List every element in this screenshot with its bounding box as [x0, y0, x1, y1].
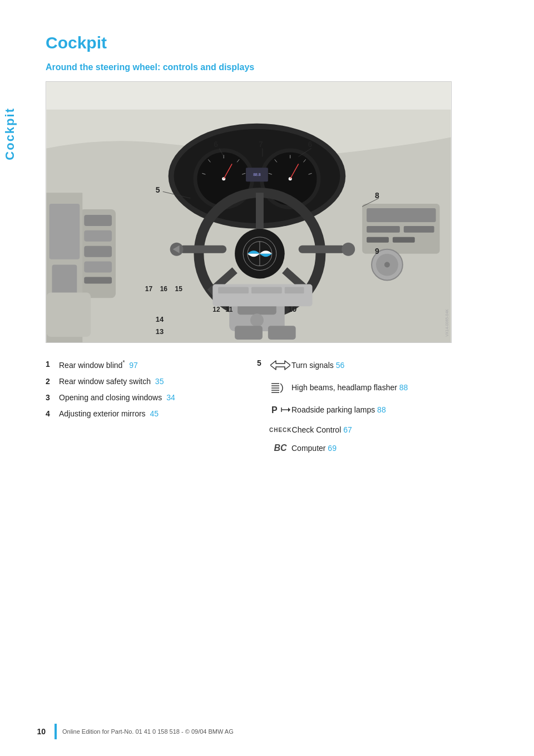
high-beams-text: High beams, headlamp flasher 88: [291, 383, 452, 392]
side-tab-label: Cockpit: [3, 107, 17, 160]
svg-point-55: [250, 313, 264, 327]
page-link[interactable]: 45: [150, 409, 159, 418]
right-list-item-turn-signals: Turn signals 56: [269, 359, 452, 372]
footer-page-number: 10: [29, 727, 49, 736]
check-control-page[interactable]: 67: [343, 425, 352, 434]
svg-rect-56: [235, 326, 263, 340]
svg-text:12: 12: [212, 306, 220, 313]
svg-rect-41: [84, 246, 112, 257]
turn-signal-icon-col: [269, 359, 291, 372]
page-link[interactable]: 34: [166, 393, 175, 402]
cockpit-diagram: 88.8: [46, 81, 452, 343]
items-section: 1 Rear window blind* 97 2 Rear window sa…: [46, 359, 506, 464]
svg-text:5: 5: [156, 185, 160, 194]
svg-rect-87: [251, 287, 282, 293]
high-beam-icon-col: [269, 381, 291, 394]
turn-signal-icon: [270, 359, 290, 372]
bc-icon: BC: [274, 443, 286, 453]
turn-signals-text: Turn signals 56: [291, 361, 452, 370]
svg-text:P: P: [271, 405, 278, 415]
right-items: 5 Turn signals 56: [251, 359, 452, 464]
computer-text: Computer 69: [291, 444, 452, 453]
parking-icon-col: P: [269, 403, 291, 416]
svg-text:15: 15: [175, 285, 183, 293]
cockpit-diagram-svg: 88.8: [46, 82, 451, 342]
svg-rect-39: [84, 215, 112, 226]
right-list-item-computer: BC Computer 69: [269, 443, 452, 453]
item-number: 1: [46, 359, 56, 370]
high-beam-icon: [270, 381, 290, 394]
right-section-number: 5: [257, 359, 265, 367]
svg-text:88.8: 88.8: [253, 173, 261, 176]
parking-lamps-text: Roadside parking lamps 88: [291, 405, 452, 414]
main-content: Cockpit Around the steering wheel: contr…: [29, 0, 534, 487]
left-items: 1 Rear window blind* 97 2 Rear window sa…: [46, 359, 251, 464]
right-list-item-check-control: CHECK Check Control 67: [269, 425, 452, 434]
item-text: Rear window blind* 97: [59, 359, 240, 371]
svg-text:6: 6: [214, 140, 218, 149]
item-text: Adjusting exterior mirrors 45: [59, 408, 240, 420]
right-list-item-parking: P Roadside parking lamps 88: [269, 403, 452, 416]
list-item: 3 Opening and closing windows 34: [46, 392, 240, 404]
item-number: 4: [46, 408, 56, 420]
svg-text:7: 7: [259, 140, 263, 149]
svg-rect-33: [180, 246, 227, 253]
svg-rect-82: [50, 204, 80, 259]
svg-point-52: [384, 262, 390, 268]
svg-rect-47: [404, 226, 434, 233]
svg-rect-46: [367, 226, 400, 233]
svg-rect-43: [84, 277, 112, 284]
svg-rect-36: [299, 246, 346, 253]
item-text: Opening and closing windows 34: [59, 392, 240, 404]
diagram-watermark: VX14-0065-04K: [445, 309, 449, 337]
svg-text:6: 6: [308, 140, 313, 149]
svg-rect-49: [393, 237, 415, 243]
item-number: 3: [46, 392, 56, 404]
svg-text:13: 13: [156, 327, 164, 336]
high-beams-page[interactable]: 88: [399, 383, 408, 392]
svg-rect-84: [47, 292, 91, 337]
svg-text:14: 14: [156, 315, 164, 323]
check-icon: CHECK: [269, 427, 292, 433]
page-title: Cockpit: [46, 33, 506, 52]
svg-point-37: [342, 243, 355, 256]
svg-rect-48: [367, 237, 389, 243]
page-link[interactable]: 97: [129, 361, 138, 370]
list-item: 4 Adjusting exterior mirrors 45: [46, 408, 240, 420]
parking-lamp-icon: P: [270, 403, 290, 416]
parking-page[interactable]: 88: [377, 405, 386, 414]
item-text: Rear window safety switch 35: [59, 376, 240, 387]
list-item: 1 Rear window blind* 97: [46, 359, 240, 371]
section-subtitle: Around the steering wheel: controls and …: [46, 62, 506, 72]
footer: 10 Online Edition for Part-No. 01 41 0 1…: [29, 724, 534, 739]
computer-page[interactable]: 69: [328, 444, 337, 453]
svg-rect-57: [268, 326, 296, 340]
svg-text:17: 17: [145, 285, 153, 293]
asterisk-symbol: *: [122, 360, 125, 366]
svg-marker-97: [288, 408, 290, 412]
svg-text:11: 11: [225, 306, 233, 313]
turn-signals-page[interactable]: 56: [336, 361, 345, 370]
svg-rect-86: [218, 287, 249, 293]
svg-text:16: 16: [160, 285, 168, 293]
list-item: 2 Rear window safety switch 35: [46, 376, 240, 387]
svg-marker-89: [270, 361, 290, 370]
page-link[interactable]: 35: [155, 377, 164, 386]
svg-text:8: 8: [375, 191, 379, 200]
svg-point-6: [222, 177, 225, 180]
footer-bar: [55, 724, 57, 739]
svg-text:9: 9: [375, 247, 379, 256]
svg-rect-40: [84, 230, 112, 242]
footer-text: Online Edition for Part-No. 01 41 0 158 …: [62, 728, 234, 735]
item-number: 2: [46, 376, 56, 387]
check-control-icon-col: CHECK: [269, 427, 292, 433]
check-control-text: Check Control 67: [292, 425, 452, 434]
computer-icon-col: BC: [269, 443, 291, 453]
svg-rect-88: [285, 287, 304, 293]
svg-rect-45: [367, 208, 436, 222]
side-tab: Cockpit: [0, 45, 20, 223]
right-list-item-high-beams: High beams, headlamp flasher 88: [269, 381, 452, 394]
svg-rect-42: [84, 262, 112, 273]
